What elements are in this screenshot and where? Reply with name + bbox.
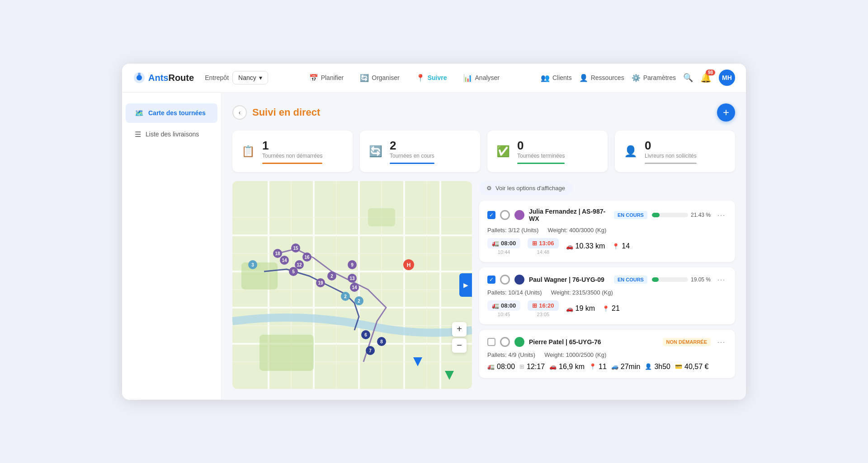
car-icon-pierre: 🚙 <box>611 363 618 370</box>
distance-paul: 🚗 19 km <box>566 304 595 313</box>
distance-icon-julia: 🚗 <box>566 243 573 250</box>
route-card-julia: ✓ Julia Fernandez | AS-987-WX EN COURS 2… <box>479 201 735 262</box>
start-time-value: 08:00 <box>501 240 516 247</box>
start-time-pierre: 🚛 08:00 <box>487 363 515 371</box>
more-button-pierre[interactable]: ⋯ <box>715 337 727 347</box>
end-time-paul: ⊞ 16:20 23:05 <box>528 300 558 317</box>
list-icon: ☰ <box>135 130 141 139</box>
sidebar-item-liste-livraisons[interactable]: ☰ Liste des livraisons <box>126 125 217 144</box>
svg-text:2: 2 <box>344 294 347 299</box>
end-time-sub-paul: 23:05 <box>537 312 550 317</box>
zoom-in-button[interactable]: + <box>452 322 467 337</box>
total-time-value-pierre: 3h50 <box>654 363 670 371</box>
search-button[interactable]: 🔍 <box>683 73 693 83</box>
pallets-paul: Pallets: 10/14 (Units) <box>487 289 542 296</box>
stat-non-sollicites: 👤 0 Livreurs non sollicités <box>615 131 735 172</box>
distance-pierre: 🚗 16,9 km <box>549 363 585 371</box>
end-time-value-paul: 16:20 <box>539 302 554 309</box>
filter-button[interactable]: ⚙ Voir les options d'affichage <box>479 181 572 195</box>
grid-icon: ⊞ <box>532 240 537 247</box>
svg-text:H: H <box>407 262 411 268</box>
start-time-sub-paul: 10:45 <box>498 312 510 317</box>
nav-organiser[interactable]: 🔄 Organiser <box>353 70 406 86</box>
logo-icon <box>133 71 146 84</box>
stat-info-1: 2 Tournées en cours <box>390 139 434 164</box>
svg-text:19: 19 <box>318 281 323 285</box>
svg-text:8: 8 <box>380 339 383 344</box>
route-circle-paul <box>500 275 510 285</box>
map-container[interactable]: 18 15 14 16 12 5 2 <box>232 181 472 389</box>
route-times-julia: 🚛 08:00 10:44 ⊞ 13:06 14:48 <box>487 238 727 255</box>
main-nav: 📅 Planifier 🔄 Organiser 📍 Suivre 📊 Analy… <box>279 70 530 86</box>
notification-badge: 98 <box>706 70 715 75</box>
stat-terminees: ✅ 0 Tournées terminées <box>487 131 608 172</box>
route-progress-julia: 21.43 % <box>652 212 711 218</box>
nav-analyser-label: Analyser <box>475 74 500 81</box>
svg-text:14: 14 <box>352 285 357 290</box>
route-details-paul: Pallets: 10/14 (Units) Weight: 2315/3500… <box>487 289 727 296</box>
svg-text:12: 12 <box>297 262 302 267</box>
map-svg: 18 15 14 16 12 5 2 <box>232 181 472 389</box>
stat-underline-2 <box>517 163 565 164</box>
weight-julia: Weight: 400/3000 (Kg) <box>547 227 606 234</box>
start-time-paul: 🚛 08:00 10:45 <box>487 300 520 317</box>
end-time-value: 13:06 <box>539 240 554 247</box>
more-button-julia[interactable]: ⋯ <box>715 210 727 220</box>
logo-text: AntsRoute <box>148 73 194 83</box>
nav-analyser[interactable]: 📊 Analyser <box>456 70 507 86</box>
route-name-julia: Julia Fernandez | AS-987-WX <box>529 208 609 222</box>
stat-en-cours: 🔄 2 Tournées en cours <box>360 131 480 172</box>
ressources-action[interactable]: 👤 Ressources <box>579 74 624 82</box>
svg-point-2 <box>138 73 141 75</box>
svg-text:5: 5 <box>292 269 295 274</box>
organiser-icon: 🔄 <box>360 74 369 82</box>
stat-underline-3 <box>645 163 697 164</box>
route-circle-pierre <box>500 337 510 347</box>
zoom-out-button[interactable]: − <box>452 338 467 353</box>
route-checkbox-julia[interactable]: ✓ <box>487 211 495 219</box>
route-checkbox-pierre[interactable] <box>487 338 495 346</box>
pallets-julia: Pallets: 3/12 (Units) <box>487 227 538 234</box>
clients-action[interactable]: 👥 Clients <box>541 74 572 82</box>
nav-suivre[interactable]: 📍 Suivre <box>409 70 454 86</box>
route-status-julia: EN COURS <box>614 211 647 219</box>
route-avatar-paul <box>514 275 524 285</box>
route-avatar-pierre <box>514 337 524 347</box>
start-time-julia: 🚛 08:00 10:44 <box>487 238 520 255</box>
route-times-paul: 🚛 08:00 10:45 ⊞ 16:20 23:05 <box>487 300 727 317</box>
duration-pierre: 🚙 27min <box>611 363 641 371</box>
back-button[interactable]: ‹ <box>232 105 247 120</box>
parametres-action[interactable]: ⚙️ Paramètres <box>632 74 676 82</box>
parametres-label: Paramètres <box>643 74 676 81</box>
cost-pierre: 💳 40,57 € <box>675 363 708 371</box>
nav-planifier[interactable]: 📅 Planifier <box>302 70 351 86</box>
map-controls: + − <box>452 322 467 353</box>
route-circle-julia <box>500 210 510 220</box>
add-button[interactable]: + <box>717 103 735 122</box>
route-card-paul: ✓ Paul Wagner | 76-UYG-09 EN COURS 19.05… <box>479 267 735 324</box>
lower-section: 18 15 14 16 12 5 2 <box>232 181 735 389</box>
stat-icon-2: ✅ <box>496 145 510 158</box>
map-expand-button[interactable]: ▶ <box>459 273 472 297</box>
stops-value-julia: 14 <box>622 242 630 250</box>
start-time-inner-julia: 🚛 08:00 <box>487 238 520 248</box>
notification-button[interactable]: 🔔 98 <box>700 72 712 83</box>
more-button-paul[interactable]: ⋯ <box>715 275 727 285</box>
sidebar-item-carte-tournees[interactable]: 🗺️ Carte des tournées <box>126 103 217 123</box>
svg-text:14: 14 <box>282 258 287 263</box>
nav-planifier-label: Planifier <box>321 74 344 81</box>
logo-ants: Ants <box>148 73 168 83</box>
route-status-paul: EN COURS <box>614 276 647 284</box>
stat-info-0: 1 Tournées non démarrées <box>262 139 322 164</box>
svg-text:6: 6 <box>364 332 367 337</box>
route-checkbox-paul[interactable]: ✓ <box>487 276 495 284</box>
stat-number-1: 2 <box>390 139 434 153</box>
svg-text:9: 9 <box>351 262 354 267</box>
cost-value-pierre: 40,57 € <box>684 363 708 371</box>
svg-text:18: 18 <box>275 251 280 256</box>
filter-label: Voir les options d'affichage <box>495 185 565 192</box>
entrepot-label: Entrepôt <box>205 74 229 81</box>
entrepot-select[interactable]: Nancy ▾ <box>232 71 268 84</box>
stops-value-pierre: 11 <box>599 363 607 371</box>
user-avatar[interactable]: MH <box>719 70 735 86</box>
